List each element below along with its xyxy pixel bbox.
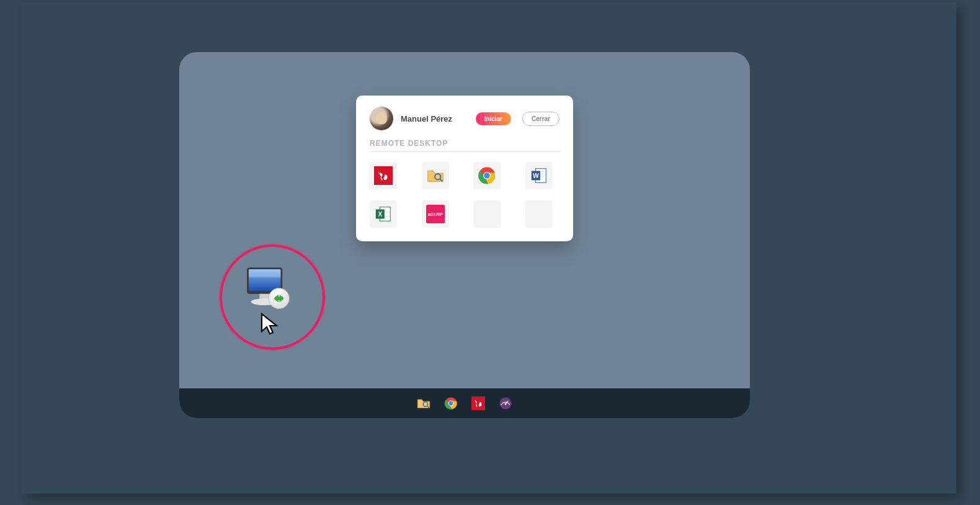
cursor-icon [260, 313, 281, 337]
svg-rect-21 [249, 269, 281, 277]
panel-header: Manuel Pérez Iniciar Cerrar [370, 107, 559, 130]
remote-desktop-icon[interactable] [241, 263, 298, 320]
avatar [370, 107, 393, 130]
app-chrome[interactable] [473, 162, 501, 189]
folder-search-icon [426, 166, 445, 185]
adobe-reader-icon [471, 396, 485, 410]
divider [370, 151, 559, 152]
svg-text:X: X [378, 211, 382, 218]
svg-point-29 [449, 401, 453, 406]
section-title: REMOTE DESKTOP [370, 139, 559, 148]
taskbar [179, 388, 750, 418]
excel-icon: X [374, 205, 393, 223]
desktop-area: Manuel Pérez Iniciar Cerrar REMOTE DESKT… [179, 52, 750, 388]
chrome-icon [478, 166, 496, 185]
gauge-icon [499, 396, 512, 410]
start-button[interactable]: Iniciar [476, 112, 511, 125]
svg-text:W: W [532, 172, 538, 179]
taskbar-speed-test[interactable] [498, 396, 513, 411]
app-empty-1[interactable] [473, 200, 501, 228]
taskbar-chrome[interactable] [443, 396, 458, 411]
app-excel[interactable]: X [370, 200, 397, 228]
svg-rect-30 [471, 396, 485, 410]
close-button[interactable]: Cerrar [522, 112, 559, 126]
folder-search-icon [416, 396, 431, 411]
app-adobe-reader[interactable] [370, 162, 397, 189]
taskbar-adobe-reader[interactable] [471, 396, 486, 411]
chrome-icon [444, 396, 458, 410]
app-empty-2[interactable] [525, 200, 553, 228]
svg-rect-0 [374, 166, 393, 185]
taskbar-file-explorer[interactable] [416, 396, 431, 411]
remote-desktop-panel: Manuel Pérez Iniciar Cerrar REMOTE DESKT… [356, 96, 573, 241]
svg-point-5 [484, 172, 489, 178]
user-name: Manuel Pérez [401, 114, 468, 123]
app-a3erp[interactable]: a3ERP [422, 200, 449, 228]
word-icon: W [530, 166, 548, 185]
desktop-window: Manuel Pérez Iniciar Cerrar REMOTE DESKT… [179, 52, 750, 418]
outer-frame: Manuel Pérez Iniciar Cerrar REMOTE DESKT… [21, 2, 956, 494]
a3erp-label: a3ERP [428, 212, 443, 217]
app-grid: W X [370, 162, 559, 228]
svg-point-33 [505, 403, 507, 405]
app-word[interactable]: W [525, 162, 553, 189]
app-file-explorer[interactable] [422, 162, 449, 189]
a3erp-icon: a3ERP [426, 205, 445, 223]
adobe-reader-icon [374, 166, 393, 185]
